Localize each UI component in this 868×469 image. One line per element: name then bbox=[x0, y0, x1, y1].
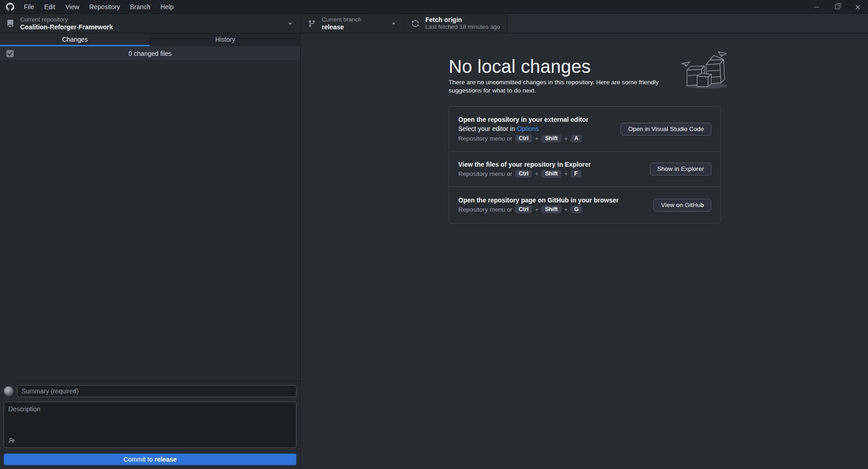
kbd-shift: Shift bbox=[541, 170, 561, 178]
menu-branch[interactable]: Branch bbox=[125, 0, 155, 14]
shortcut-prefix: Repository menu or bbox=[458, 206, 512, 213]
commit-area: Commit to release bbox=[0, 381, 300, 469]
select-all-checkbox[interactable] bbox=[6, 50, 14, 57]
suggestion-view-github: Open the repository page on GitHub in yo… bbox=[449, 186, 720, 223]
repo-icon bbox=[6, 20, 14, 27]
plus-separator: + bbox=[535, 206, 538, 213]
kbd-ctrl: Ctrl bbox=[515, 135, 533, 142]
plus-separator: + bbox=[564, 135, 568, 142]
fetch-origin-title: Fetch origin bbox=[425, 16, 500, 23]
window-controls: ✕ bbox=[806, 0, 868, 14]
plus-separator: + bbox=[564, 170, 568, 177]
menu-edit[interactable]: Edit bbox=[39, 0, 60, 14]
kbd-a: A bbox=[571, 135, 582, 142]
fetch-origin-subtitle: Last fetched 18 minutes ago bbox=[425, 23, 500, 31]
menu-view[interactable]: View bbox=[60, 0, 84, 14]
github-logo-icon bbox=[6, 3, 14, 11]
kbd-f: F bbox=[571, 170, 582, 178]
close-icon: ✕ bbox=[855, 4, 861, 11]
changed-files-header: 0 changed files bbox=[0, 46, 300, 61]
user-avatar bbox=[4, 386, 14, 396]
toolbar: Current repository Coalition-Reforger-Fr… bbox=[0, 14, 868, 33]
chevron-down-icon bbox=[286, 20, 294, 27]
boxes-illustration bbox=[678, 50, 735, 90]
git-branch-icon bbox=[308, 20, 316, 27]
kbd-shift: Shift bbox=[541, 206, 561, 213]
suggestion-show-explorer: View the files of your repository in Exp… bbox=[449, 151, 720, 186]
restore-button[interactable] bbox=[827, 0, 847, 14]
show-in-explorer-button[interactable]: Show in Explorer bbox=[650, 163, 711, 175]
kbd-ctrl: Ctrl bbox=[515, 206, 533, 213]
plus-separator: + bbox=[535, 170, 538, 177]
commit-description-input[interactable] bbox=[4, 402, 297, 448]
open-in-vscode-button[interactable]: Open in Visual Studio Code bbox=[621, 123, 711, 136]
shortcut-hint: Repository menu or Ctrl + Shift + G bbox=[458, 206, 646, 213]
restore-icon bbox=[835, 5, 840, 9]
changed-files-count: 0 changed files bbox=[0, 50, 300, 57]
add-coauthor-button[interactable] bbox=[8, 437, 15, 444]
sync-icon bbox=[412, 20, 419, 27]
minimize-icon bbox=[814, 7, 819, 7]
menu-help[interactable]: Help bbox=[155, 0, 179, 14]
current-repository-name: Coalition-Reforger-Framework bbox=[20, 23, 113, 31]
view-on-github-button[interactable]: View on GitHub bbox=[654, 199, 711, 212]
options-link[interactable]: Options bbox=[517, 125, 539, 132]
suggestion-title: View the files of your repository in Exp… bbox=[458, 161, 643, 168]
commit-button-branch: release bbox=[154, 456, 176, 463]
kbd-g: G bbox=[571, 206, 582, 213]
changes-list-empty bbox=[0, 61, 300, 381]
suggestion-title: Open the repository in your external edi… bbox=[458, 116, 613, 123]
suggestions-list: Open the repository in your external edi… bbox=[449, 106, 721, 224]
shortcut-hint: Repository menu or Ctrl + Shift + F bbox=[458, 170, 643, 178]
page-title: No local changes bbox=[449, 56, 591, 77]
minimize-button[interactable] bbox=[806, 0, 827, 14]
commit-button[interactable]: Commit to release bbox=[4, 453, 297, 465]
shortcut-hint: Repository menu or Ctrl + Shift + A bbox=[458, 135, 613, 142]
titlebar: File Edit View Repository Branch Help ✕ bbox=[0, 0, 868, 14]
menu-file[interactable]: File bbox=[19, 0, 39, 14]
sidebar-tabs: Changes History bbox=[0, 33, 300, 46]
menu-repository[interactable]: Repository bbox=[84, 0, 125, 14]
shortcut-prefix: Repository menu or bbox=[458, 170, 512, 177]
plus-separator: + bbox=[564, 206, 568, 213]
current-repository-dropdown[interactable]: Current repository Coalition-Reforger-Fr… bbox=[0, 14, 301, 33]
tab-history[interactable]: History bbox=[150, 33, 300, 46]
commit-button-prefix: Commit to bbox=[123, 456, 153, 463]
suggestion-title: Open the repository page on GitHub in yo… bbox=[458, 196, 646, 204]
kbd-ctrl: Ctrl bbox=[515, 170, 533, 178]
plus-separator: + bbox=[535, 135, 538, 142]
close-button[interactable]: ✕ bbox=[847, 0, 868, 14]
sidebar: Changes History 0 changed files Commit t… bbox=[0, 33, 301, 469]
suggestion-open-editor: Open the repository in your external edi… bbox=[449, 107, 720, 151]
shortcut-prefix: Repository menu or bbox=[458, 135, 512, 142]
current-branch-dropdown[interactable]: Current branch release bbox=[301, 14, 404, 33]
no-local-changes-panel: No local changes There are no uncommitte… bbox=[301, 33, 868, 469]
current-branch-label: Current branch bbox=[322, 16, 362, 23]
current-branch-name: release bbox=[322, 23, 362, 31]
page-subtitle: There are no uncommitted changes in this… bbox=[449, 78, 680, 95]
fetch-origin-button[interactable]: Fetch origin Last fetched 18 minutes ago bbox=[404, 14, 507, 33]
editor-select-text: Select your editor in bbox=[458, 125, 517, 132]
chevron-down-icon bbox=[390, 20, 397, 27]
commit-summary-input[interactable] bbox=[17, 385, 297, 397]
person-add-icon bbox=[8, 437, 15, 444]
kbd-shift: Shift bbox=[541, 135, 561, 142]
tab-changes[interactable]: Changes bbox=[0, 33, 150, 46]
current-repository-label: Current repository bbox=[20, 16, 113, 23]
